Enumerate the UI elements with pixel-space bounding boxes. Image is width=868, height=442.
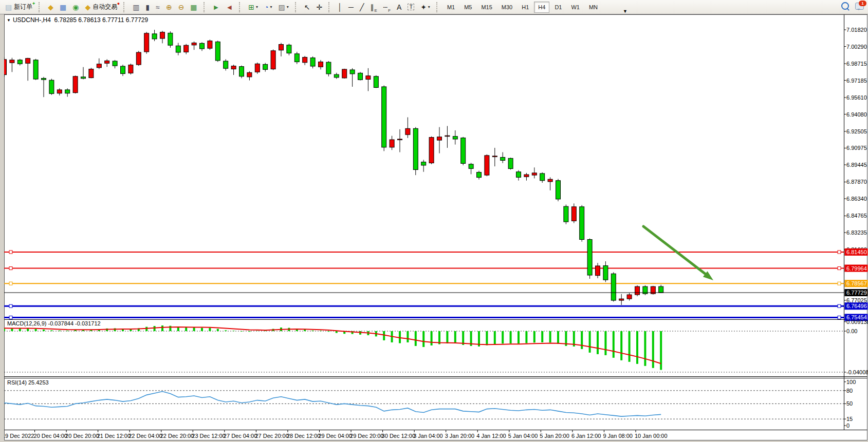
chevron-down-icon: ▾ <box>256 5 258 9</box>
price-tick-label: 7.00290 <box>846 44 867 50</box>
period-button[interactable]: ◔▾ <box>262 1 274 13</box>
price-badge-label: 6.81450 <box>846 249 867 255</box>
hline-handle[interactable] <box>838 251 841 254</box>
market-watch-button[interactable]: ◆ <box>45 1 56 13</box>
hline-handle[interactable] <box>838 267 841 270</box>
chart-canvas[interactable]: 7.018207.002906.987156.971856.956106.940… <box>4 14 868 440</box>
chart-window[interactable]: ▼USDCNH-,H4 6.78285 6.78613 6.77711 6.77… <box>4 14 868 440</box>
data-window-button[interactable]: ▦ <box>57 1 69 13</box>
candle <box>603 266 608 280</box>
price-tick-label: 6.90975 <box>846 145 867 151</box>
chat-icon[interactable]: 1 <box>855 3 864 10</box>
label-button[interactable]: T <box>405 1 417 13</box>
hline-handle[interactable] <box>838 304 841 308</box>
new-order-button[interactable]: ▤+新订单 <box>3 1 35 13</box>
cursor-button[interactable]: ↖ <box>302 1 313 13</box>
time-label: 22 Dec 20:00 <box>160 433 194 439</box>
candle <box>445 136 450 137</box>
candle <box>136 52 141 65</box>
search-icon[interactable] <box>841 2 849 10</box>
text-button[interactable]: A <box>394 1 404 13</box>
time-label: 21 Dec 12:00 <box>97 433 131 439</box>
time-label: 27 Dec 20:00 <box>255 433 288 439</box>
timeframe-m1-button[interactable]: M1 <box>443 2 459 13</box>
candle <box>524 175 529 177</box>
timeframe-m30-button[interactable]: M30 <box>497 2 516 13</box>
new-order-icon: ▤ <box>5 4 12 11</box>
hline-handle[interactable] <box>9 267 12 270</box>
tile-windows-button[interactable]: ▦ <box>188 1 199 13</box>
hline-handle[interactable] <box>9 251 12 254</box>
candle <box>121 66 125 73</box>
line-chart-button[interactable]: ≈ <box>153 1 162 13</box>
crosshair-button[interactable]: ✛ <box>314 1 325 13</box>
equidistant-channel-button[interactable]: ∥E <box>367 1 379 13</box>
candlestick-chart-button[interactable]: ▮ <box>143 1 152 13</box>
autotrade-button-label: 自动交易 <box>93 3 117 11</box>
toolbar-overflow-icon[interactable]: ▼ <box>623 9 627 14</box>
equidistant-channel-icon: ∥ <box>370 4 374 11</box>
candle <box>231 66 236 69</box>
chart-menu-icon[interactable]: ▼ <box>7 18 11 23</box>
candle <box>17 60 22 64</box>
candle <box>516 172 521 178</box>
candle <box>184 45 189 52</box>
horizontal-line-icon: ─ <box>348 4 354 11</box>
rsi-axis-label: 80 <box>846 388 853 394</box>
timeframe-w1-button[interactable]: W1 <box>567 2 584 13</box>
toolbar-separator <box>239 2 243 12</box>
rsi-indicator-label: RSI(14) 25.4253 <box>7 379 49 386</box>
candle <box>548 179 552 182</box>
hline-handle[interactable] <box>9 316 12 319</box>
candle <box>477 172 482 178</box>
chevron-down-icon: ▾ <box>270 5 272 9</box>
chart-shift-icon: ◄ <box>226 4 233 11</box>
hline-handle[interactable] <box>9 282 12 285</box>
candle <box>627 295 632 299</box>
time-label: 5 Jan 20:00 <box>540 433 569 439</box>
zoom-out-button[interactable]: ⊖ <box>176 1 187 13</box>
market-watch-icon: ◆ <box>48 4 53 11</box>
hline-handle[interactable] <box>838 282 841 285</box>
candle <box>97 64 101 68</box>
indicators-button[interactable]: ⊞▾ <box>246 1 261 13</box>
price-badge-label: 6.76496 <box>846 303 867 309</box>
vertical-line-button[interactable]: │ <box>335 1 345 13</box>
fibonacci-button[interactable]: ┄F <box>381 1 393 13</box>
candlestick-chart-icon: ▮ <box>145 4 150 11</box>
candle <box>635 286 640 295</box>
price-tick-label: 6.86340 <box>846 196 867 202</box>
new-order-button-label: 新订单 <box>14 3 32 11</box>
timeframe-m15-button[interactable]: M15 <box>477 2 496 13</box>
auto-scroll-button[interactable]: ► <box>210 1 223 13</box>
timeframe-mn-button[interactable]: MN <box>585 2 602 13</box>
template-button[interactable]: ▨▾ <box>276 1 291 13</box>
candle <box>366 76 371 80</box>
timeframe-h1-button[interactable]: H1 <box>518 2 533 13</box>
chart-shift-button[interactable]: ◄ <box>223 1 235 13</box>
navigator-button[interactable]: ◉ <box>70 1 81 13</box>
time-label: 29 Dec 04:00 <box>319 433 352 439</box>
candle <box>239 67 244 76</box>
horizontal-line-button[interactable]: ─ <box>346 1 356 13</box>
toolbar-separator <box>204 2 208 12</box>
candle <box>113 61 117 66</box>
hline-handle[interactable] <box>9 304 12 308</box>
time-label: 27 Dec 04:00 <box>224 433 257 439</box>
trendline-button[interactable]: ╱ <box>357 1 366 13</box>
toolbar-separator <box>295 2 299 12</box>
zoom-in-button[interactable]: ⊕ <box>163 1 175 13</box>
candle <box>192 43 196 45</box>
candle <box>437 137 442 140</box>
zoom-out-icon: ⊖ <box>178 4 184 11</box>
hline-handle[interactable] <box>838 316 841 319</box>
bars-chart-button[interactable]: ▥ <box>130 1 142 13</box>
main-toolbar: ▤+新订单◆▦◉◆●自动交易▥▮≈⊕⊖▦►◄⊞▾◔▾▨▾↖✛│─╱∥E┄FAT✦… <box>0 0 868 14</box>
timeframe-h4-button[interactable]: H4 <box>534 2 549 13</box>
autotrade-button[interactable]: ◆●自动交易 <box>82 1 120 13</box>
timeframe-d1-button[interactable]: D1 <box>550 2 566 13</box>
arrows-button[interactable]: ✦▾ <box>418 1 433 13</box>
candle <box>564 206 568 222</box>
timeframe-m5-button[interactable]: M5 <box>460 2 476 13</box>
candle <box>294 54 299 62</box>
